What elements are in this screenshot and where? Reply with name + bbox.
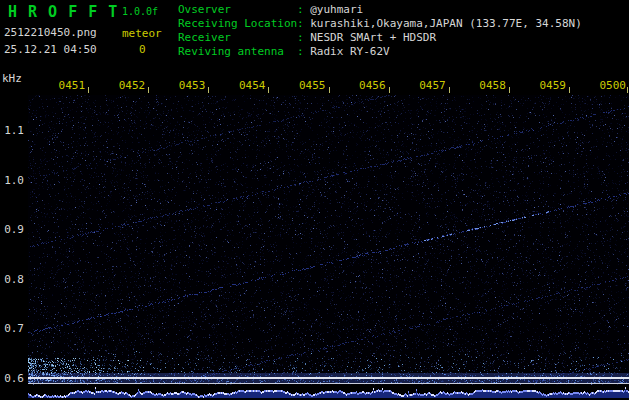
time-label: 0457	[418, 79, 446, 92]
time-label: 0451	[57, 79, 85, 92]
spectrogram-canvas	[28, 95, 629, 385]
info-colon: :	[297, 45, 310, 58]
time-label: 0452	[117, 79, 145, 92]
time-label: 0500	[598, 79, 626, 92]
meteor-counter-value: 0	[139, 43, 146, 56]
app-version-label: 1.0.0f	[122, 6, 158, 17]
frequency-unit-label: kHz	[2, 72, 22, 85]
info-label: Receiving Location	[178, 17, 297, 30]
minute-tick	[449, 87, 450, 93]
minute-tick	[268, 87, 269, 93]
info-colon: :	[297, 17, 310, 30]
info-row: Receiver: NESDR SMArt + HDSDR	[178, 31, 582, 45]
minute-tick	[627, 87, 628, 93]
info-row: Reviving antenna: Radix RY-62V	[178, 45, 582, 59]
minute-tick	[569, 87, 570, 93]
time-label: 0458	[478, 79, 506, 92]
info-label: Receiver	[178, 31, 297, 44]
frequency-label: 0.8	[0, 273, 24, 286]
minute-tick	[208, 87, 209, 93]
minute-tick	[88, 87, 89, 93]
info-value: Radix RY-62V	[310, 45, 389, 58]
info-row: Ovserver: @yuhmari	[178, 3, 582, 17]
observation-info-block: Ovserver: @yuhmariReceiving Location: ku…	[178, 3, 582, 59]
time-label: 0455	[298, 79, 326, 92]
frequency-label: 0.9	[0, 223, 24, 236]
observation-datetime: 25.12.21 04:50	[4, 43, 97, 56]
time-label: 0454	[237, 79, 265, 92]
minute-tick	[148, 87, 149, 93]
signal-strength-canvas	[28, 386, 629, 399]
frequency-label: 0.7	[0, 322, 24, 335]
info-row: Receiving Location: kurashiki,Okayama,JA…	[178, 17, 582, 31]
meteor-counter-label: meteor	[122, 27, 162, 40]
info-colon: :	[297, 31, 310, 44]
info-label: Ovserver	[178, 3, 297, 16]
output-filename: 2512210450.png	[4, 26, 97, 39]
frequency-label: 1.1	[0, 124, 24, 137]
hrofft-window: H R O F F T 1.0.0f 2512210450.png meteor…	[0, 0, 629, 400]
minute-tick	[509, 87, 510, 93]
frequency-label: 0.6	[0, 372, 24, 385]
info-label: Reviving antenna	[178, 45, 297, 58]
info-value: kurashiki,Okayama,JAPAN (133.77E, 34.58N…	[310, 17, 582, 30]
minute-tick	[329, 87, 330, 93]
frequency-label: 1.0	[0, 174, 24, 187]
app-title: H R O F F T	[8, 3, 118, 21]
time-label: 0453	[177, 79, 205, 92]
info-value: NESDR SMArt + HDSDR	[310, 31, 436, 44]
time-label: 0459	[538, 79, 566, 92]
minute-tick	[389, 87, 390, 93]
info-colon: :	[297, 3, 310, 16]
time-label: 0456	[358, 79, 386, 92]
info-value: @yuhmari	[310, 3, 363, 16]
